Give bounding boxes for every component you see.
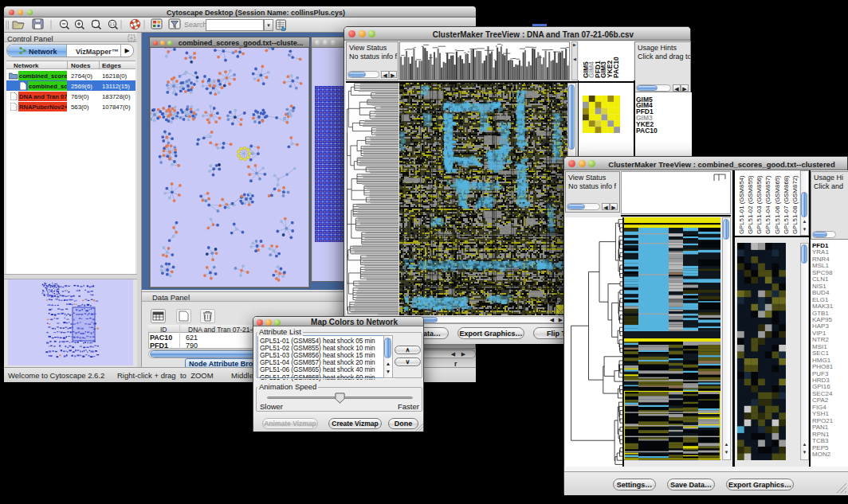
svg-text:1:1: 1:1 <box>110 22 116 26</box>
